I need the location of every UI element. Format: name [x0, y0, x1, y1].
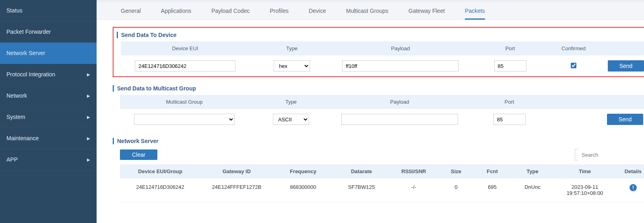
tab-device[interactable]: Device [309, 2, 326, 19]
cell-size: 0 [438, 184, 474, 196]
sidebar-item-protocol-integration[interactable]: Protocol Integration ▶ [0, 64, 97, 85]
tab-bar: General Applications Payload Codec Profi… [97, 2, 644, 20]
col-header-size: Size [438, 168, 474, 174]
col-header-port: Port [466, 99, 553, 105]
tab-applications[interactable]: Applications [161, 2, 192, 19]
tab-label: Payload Codec [211, 8, 250, 14]
sidebar-item-label: Maintenance [6, 135, 39, 141]
type-select[interactable]: hex [274, 60, 310, 72]
tab-multicast-groups[interactable]: Multicast Groups [346, 2, 388, 19]
sidebar-item-app[interactable]: APP ▶ [0, 149, 97, 170]
tab-label: Multicast Groups [346, 8, 388, 14]
col-header-frequency: Frequency [273, 168, 333, 174]
tab-label: Device [309, 8, 326, 14]
form-input-row: hex Send [121, 55, 644, 76]
time-line1: 2023-09-11 [555, 184, 615, 190]
search-input[interactable] [578, 149, 644, 160]
col-header-confirmed: Confirmed [553, 45, 594, 51]
content-area: Send Data To Device Device EUI Type Payl… [97, 20, 644, 202]
chevron-right-icon: ▶ [87, 115, 90, 119]
sidebar-item-label: System [6, 114, 25, 120]
col-header-type: Type [510, 168, 555, 174]
clear-button[interactable]: Clear [120, 149, 157, 160]
send-button[interactable]: Send [608, 60, 644, 72]
cell-gateway-id: 24E124FFFEF1272B [200, 184, 273, 196]
tab-label: Profiles [270, 8, 289, 14]
col-header-port: Port [467, 45, 553, 51]
sidebar-item-label: Packet Forwarder [6, 29, 51, 35]
form-header-row: Device EUI Type Payload Port Confirmed [121, 41, 644, 55]
tab-general[interactable]: General [121, 2, 141, 19]
col-header-type: Type [249, 99, 333, 105]
col-header-gateway-id: Gateway ID [200, 168, 273, 174]
payload-input[interactable] [342, 60, 459, 72]
cell-rssi-snr: -/- [390, 184, 438, 196]
col-header-rssi-snr: RSSI/SNR [390, 168, 438, 174]
form-input-row: ASCII Send [120, 109, 644, 130]
chevron-right-icon: ▶ [87, 158, 90, 162]
type-select[interactable]: ASCII [273, 114, 309, 125]
section-title: Send Data to Multicast Group [113, 85, 644, 92]
confirmed-checkbox[interactable] [571, 63, 576, 68]
sidebar-item-label: Network Server [6, 50, 45, 56]
col-header-payload: Payload [333, 99, 466, 105]
ns-toolbar: Clear [120, 149, 644, 160]
table-row: 24E124716D306242 24E124FFFEF1272B 868300… [120, 178, 644, 202]
send-button[interactable]: Send [607, 114, 643, 125]
section-network-server: Network Server Clear Device EUI/Group Ga… [113, 138, 644, 202]
sidebar-item-maintenance[interactable]: Maintenance ▶ [0, 128, 97, 149]
col-header-device-eui-group: Device EUI/Group [120, 168, 200, 174]
col-header-datarate: Datarate [333, 168, 390, 174]
cell-type: DnUnc [510, 184, 555, 196]
chevron-right-icon: ▶ [87, 94, 90, 98]
col-header-details: Details [615, 168, 644, 174]
tab-label: General [121, 8, 141, 14]
col-header-multicast-group: Multicast Group [120, 99, 249, 105]
cell-frequency: 868300000 [273, 184, 333, 196]
col-header-time: Time [555, 168, 615, 174]
tab-packets[interactable]: Packets [465, 2, 485, 19]
search-box[interactable] [575, 149, 644, 160]
col-header-device-eui: Device EUI [121, 45, 250, 51]
cell-details: ! [615, 184, 644, 196]
cell-device-eui: 24E124716D306242 [120, 184, 200, 196]
payload-input[interactable] [341, 114, 458, 125]
sidebar-item-label: APP [6, 156, 18, 163]
tab-gateway-fleet[interactable]: Gateway Fleet [409, 2, 445, 19]
sidebar-item-system[interactable]: System ▶ [0, 106, 97, 128]
col-header-blank [602, 45, 644, 51]
tab-payload-codec[interactable]: Payload Codec [211, 2, 250, 19]
section-title: Send Data To Device [117, 32, 644, 38]
tab-label: Packets [465, 8, 485, 14]
chevron-right-icon: ▶ [87, 72, 90, 77]
info-icon[interactable]: ! [630, 184, 637, 191]
tab-profiles[interactable]: Profiles [270, 2, 289, 19]
table-header-row: Device EUI/Group Gateway ID Frequency Da… [120, 164, 644, 178]
sidebar-item-label: Protocol Integration [6, 71, 55, 78]
tab-label: Applications [161, 8, 192, 14]
main-panel: General Applications Payload Codec Profi… [97, 0, 644, 223]
device-eui-input[interactable] [135, 60, 235, 72]
section-send-to-device: Send Data To Device Device EUI Type Payl… [113, 27, 644, 77]
multicast-group-select[interactable] [134, 114, 235, 125]
section-send-to-multicast: Send Data to Multicast Group Multicast G… [113, 85, 644, 130]
time-line2: 19:57:10+08:00 [555, 190, 615, 196]
cell-datarate: SF7BW125 [333, 184, 390, 196]
col-header-blank [553, 99, 593, 105]
sidebar-item-network[interactable]: Network ▶ [0, 85, 97, 106]
col-header-blank [601, 99, 644, 105]
chevron-right-icon: ▶ [87, 136, 90, 141]
col-header-type: Type [250, 45, 334, 51]
cell-time: 2023-09-11 19:57:10+08:00 [555, 184, 615, 196]
sidebar: Status Packet Forwarder Network Server P… [0, 0, 97, 223]
sidebar-item-label: Status [6, 7, 23, 14]
cell-fcnt: 695 [474, 184, 510, 196]
tab-label: Gateway Fleet [409, 8, 445, 14]
port-input[interactable] [494, 60, 526, 72]
sidebar-item-packet-forwarder[interactable]: Packet Forwarder [0, 21, 97, 43]
col-header-payload: Payload [334, 45, 467, 51]
sidebar-item-status[interactable]: Status [0, 0, 97, 21]
sidebar-item-network-server[interactable]: Network Server [0, 43, 97, 64]
port-input[interactable] [493, 114, 526, 125]
sidebar-item-label: Network [6, 92, 27, 99]
